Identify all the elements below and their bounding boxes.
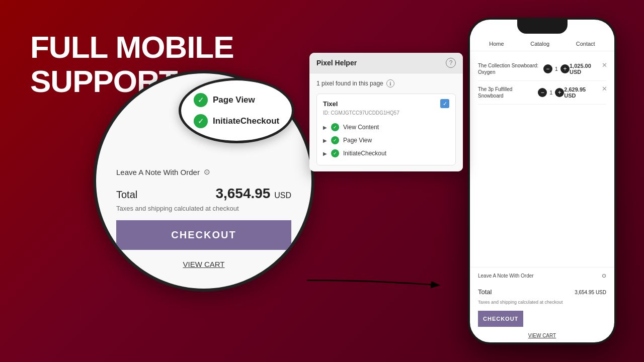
pixel-event-initiatecheckout[interactable]: ▶ ✓ InitiateCheckout [323, 147, 449, 160]
event-label-2: Page View [343, 137, 372, 144]
event-arrow-1: ▶ [323, 125, 327, 130]
pageview-check-icon: ✓ [194, 93, 208, 107]
circle-total-row: Total 3,654.95 USD [116, 186, 291, 202]
phone-item1-qty-num: 1 [555, 66, 558, 72]
event-arrow-2: ▶ [323, 138, 327, 143]
circle-note-icon: ⊙ [204, 167, 210, 176]
initiatecheckout-check-icon: ✓ [194, 114, 208, 128]
pixel-panel-header: Pixel Helper ? [309, 53, 463, 73]
bubble-item-pageview: ✓ Page View [194, 93, 255, 107]
phone-item1-price: 1,025.00 USD [570, 63, 598, 75]
phone-total-row: Total 3,654.95 USD [470, 284, 614, 300]
phone-item1-name: The Collection Snowboard: Oxygen [478, 62, 543, 75]
circle-total-currency: USD [274, 191, 291, 200]
phone-cart-item-1: ✕ The Collection Snowboard: Oxygen − 1 +… [478, 57, 606, 81]
phone-taxes: Taxes and shipping calculated at checkou… [470, 300, 614, 309]
phone-item2-close[interactable]: ✕ [602, 85, 607, 93]
circle-note-label: Leave A Note With Order [116, 168, 200, 176]
bubble-item-initiatecheckout: ✓ InitiateCheckout [194, 114, 279, 128]
phone-checkout-button[interactable]: CHECKOUT [478, 311, 523, 327]
phone-nav-catalog[interactable]: Catalog [530, 41, 549, 47]
pixel-tixel-header: Tixel ✓ [323, 99, 449, 108]
circle-total-number: 3,654.95 [215, 186, 274, 201]
pixel-tixel-checkbox[interactable]: ✓ [440, 99, 449, 108]
phone-cart-item-2: ✕ The 3p Fulfilled Snowboard − 1 + 2,629… [478, 81, 606, 105]
circle-note-row: Leave A Note With Order ⊙ [116, 162, 291, 176]
pixel-event-pageview[interactable]: ▶ ✓ Page View [323, 134, 449, 147]
circle-content: Leave A Note With Order ⊙ Total 3,654.95… [96, 152, 311, 289]
pixel-found-text: 1 pixel found in this page [316, 80, 383, 87]
pixel-helper-panel: Pixel Helper ? 1 pixel found in this pag… [309, 53, 463, 171]
phone-item2-name: The 3p Fulfilled Snowboard [478, 86, 538, 99]
phone-nav-home[interactable]: Home [489, 41, 504, 47]
connector-arrow [307, 266, 448, 294]
phone-total-label: Total [478, 288, 492, 296]
phone-nav-contact[interactable]: Contact [576, 41, 595, 47]
phone-mockup: Home Catalog Contact ✕ The Collection Sn… [468, 18, 616, 344]
pixel-found-info-icon[interactable]: ℹ [386, 79, 394, 87]
phone-cart: ✕ The Collection Snowboard: Oxygen − 1 +… [470, 51, 614, 267]
pixel-tixel-name: Tixel [323, 100, 338, 108]
pixel-tixel-id: ID: CGMJGTCC97UCDDG1HQ57 [323, 110, 449, 116]
phone-total-currency: USD [596, 290, 606, 295]
phone-note-icon: ⊙ [602, 273, 606, 279]
phone-item1-decrease[interactable]: − [543, 64, 552, 73]
phone-note-label: Leave A Note With Order [478, 273, 534, 279]
phone-item2-qty: − 1 + [538, 88, 564, 97]
phone-note-row: Leave A Note With Order ⊙ [470, 267, 614, 284]
event-arrow-3: ▶ [323, 151, 327, 156]
bubble-overlay: ✓ Page View ✓ InitiateCheckout [179, 78, 294, 143]
event-check-1: ✓ [331, 123, 339, 131]
phone-viewcart-button[interactable]: VIEW CART [470, 329, 614, 342]
pixel-tixel-card: Tixel ✓ ID: CGMJGTCC97UCDDG1HQ57 ▶ ✓ Vie… [316, 94, 456, 165]
phone-item2-increase[interactable]: + [555, 88, 564, 97]
bubble-pageview-label: Page View [213, 95, 255, 105]
hero-line1: FULL MOBILE [30, 30, 234, 64]
bubble-initiatecheckout-label: InitiateCheckout [213, 116, 279, 126]
circle-taxes: Taxes and shipping calculated at checkou… [116, 205, 291, 212]
pixel-panel-body: 1 pixel found in this page ℹ Tixel ✓ ID:… [309, 73, 463, 171]
pixel-panel-help-icon[interactable]: ? [446, 58, 456, 68]
event-label-3: InitiateCheckout [343, 150, 386, 157]
phone-total-number: 3,654.95 [575, 290, 596, 295]
phone-item2-qty-num: 1 [549, 89, 552, 96]
phone-item2-decrease[interactable]: − [538, 88, 547, 97]
circle-total-label: Total [116, 189, 137, 201]
pixel-found-row: 1 pixel found in this page ℹ [316, 79, 456, 87]
phone-item2-price: 2,629.95 USD [564, 86, 598, 99]
circle-total-amount: 3,654.95 USD [215, 186, 291, 202]
event-check-3: ✓ [331, 149, 339, 157]
circle-viewcart-button[interactable]: VIEW CART [116, 255, 291, 274]
pixel-event-viewcontent[interactable]: ▶ ✓ View Content [323, 121, 449, 134]
circle-checkout-button[interactable]: CHECKOUT [116, 220, 291, 250]
pixel-panel-title: Pixel Helper [316, 59, 357, 67]
phone-item1-close[interactable]: ✕ [602, 61, 607, 69]
phone-bottom: Leave A Note With Order ⊙ Total 3,654.95… [470, 267, 614, 342]
event-label-1: View Content [343, 124, 379, 131]
event-check-2: ✓ [331, 136, 339, 144]
phone-content: Home Catalog Contact ✕ The Collection Sn… [470, 20, 614, 342]
phone-item1-increase[interactable]: + [560, 64, 570, 73]
phone-screen: Home Catalog Contact ✕ The Collection Sn… [470, 20, 614, 342]
phone-item1-qty: − 1 + [543, 64, 570, 73]
phone-total-amount: 3,654.95 USD [575, 288, 606, 296]
phone-notch [517, 20, 568, 34]
phone-nav: Home Catalog Contact [470, 36, 614, 51]
